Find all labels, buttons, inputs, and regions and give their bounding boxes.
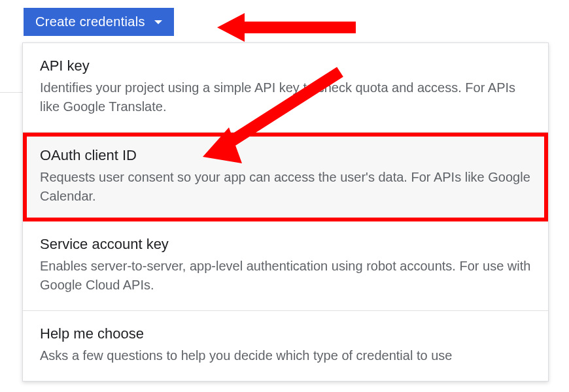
menu-item-api-key[interactable]: API key Identifies your project using a … — [23, 43, 548, 133]
menu-item-oauth-client-id[interactable]: OAuth client ID Requests user consent so… — [23, 133, 548, 221]
arrow-head-icon — [217, 13, 245, 42]
create-credentials-button[interactable]: Create credentials — [24, 8, 174, 36]
menu-item-title: API key — [40, 57, 531, 74]
menu-item-desc: Asks a few questions to help you decide … — [40, 346, 531, 365]
caret-down-icon — [154, 20, 162, 24]
menu-item-title: OAuth client ID — [40, 147, 531, 164]
credentials-dropdown: API key Identifies your project using a … — [22, 42, 549, 382]
menu-item-desc: Enables server-to-server, app-level auth… — [40, 257, 531, 295]
menu-item-desc: Identifies your project using a simple A… — [40, 78, 531, 116]
annotation-arrow-horizontal — [217, 13, 356, 42]
panel-edge — [0, 8, 22, 93]
create-credentials-label: Create credentials — [35, 14, 145, 29]
menu-item-title: Help me choose — [40, 325, 531, 342]
menu-item-help-me-choose[interactable]: Help me choose Asks a few questions to h… — [23, 311, 548, 381]
arrow-shaft — [245, 22, 356, 33]
menu-item-service-account-key[interactable]: Service account key Enables server-to-se… — [23, 221, 548, 311]
menu-item-desc: Requests user consent so your app can ac… — [40, 168, 531, 206]
menu-item-title: Service account key — [40, 236, 531, 253]
